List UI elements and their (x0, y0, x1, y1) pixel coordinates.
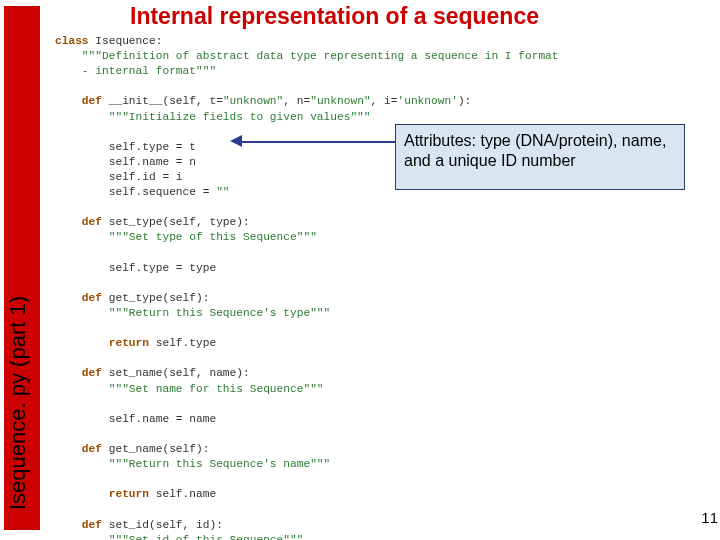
code-text (55, 201, 62, 213)
docstring: """Set id of this Sequence""" (109, 534, 304, 540)
code-text: self.type = type (55, 262, 216, 274)
kw-class: class (55, 35, 89, 47)
docstring: """Definition of abstract data type repr… (82, 50, 559, 62)
docstring: """Set name for this Sequence""" (109, 383, 324, 395)
docstring: """Return this Sequence's type""" (109, 307, 331, 319)
code-text: ): (458, 95, 471, 107)
callout-text: Attributes: type (DNA/protein), name, an… (404, 132, 666, 169)
kw-def: def (82, 367, 102, 379)
code-text (55, 534, 109, 540)
callout-box: Attributes: type (DNA/protein), name, an… (395, 124, 685, 190)
code-text (55, 398, 62, 410)
code-text: , i= (371, 95, 398, 107)
code-text: self.name = n (55, 156, 196, 168)
code-text: self.name = name (55, 413, 216, 425)
slide-title: Internal representation of a sequence (130, 3, 700, 30)
code-text (55, 488, 109, 500)
code-text: self.name (149, 488, 216, 500)
code-text: self.type = t (55, 141, 196, 153)
code-text (55, 50, 82, 62)
str: 'unknown' (397, 95, 457, 107)
arrow-left-icon (230, 135, 242, 147)
slide: Isequence. py (part 1) Internal represen… (0, 0, 720, 540)
str: "unknown" (310, 95, 370, 107)
code-text (55, 519, 82, 531)
kw-return: return (109, 488, 149, 500)
docstring: - internal format""" (55, 65, 216, 77)
code-text: self.id = i (55, 171, 183, 183)
code-text (55, 277, 62, 289)
code-text (55, 367, 82, 379)
code-text (55, 322, 62, 334)
code-text (55, 126, 62, 138)
code-text (55, 307, 109, 319)
kw-def: def (82, 519, 102, 531)
code-text (55, 292, 82, 304)
left-column-label: Isequence. py (part 1) (5, 273, 31, 533)
code-text: self.type (149, 337, 216, 349)
arrow-line (240, 141, 395, 143)
code-text (55, 80, 62, 92)
code-text (55, 473, 62, 485)
code-text (55, 247, 62, 259)
code-text: set_type(self, type): (102, 216, 250, 228)
str: "" (216, 186, 229, 198)
code-listing: class Isequence: """Definition of abstra… (55, 34, 695, 540)
code-text: set_name(self, name): (102, 367, 250, 379)
code-text: self.sequence = (55, 186, 216, 198)
code-text: get_name(self): (102, 443, 209, 455)
code-text (55, 383, 109, 395)
code-text (55, 352, 62, 364)
str: "unknown" (223, 95, 283, 107)
code-text: get_type(self): (102, 292, 209, 304)
page-number: 11 (701, 509, 718, 526)
code-text (55, 428, 62, 440)
kw-def: def (82, 292, 102, 304)
kw-def: def (82, 95, 102, 107)
code-text (55, 95, 82, 107)
code-text: , n= (283, 95, 310, 107)
code-text (55, 216, 82, 228)
docstring: """Return this Sequence's name""" (109, 458, 331, 470)
kw-def: def (82, 443, 102, 455)
code-text (55, 231, 109, 243)
kw-return: return (109, 337, 149, 349)
code-text (55, 443, 82, 455)
kw-def: def (82, 216, 102, 228)
code-text (55, 337, 109, 349)
code-text: Isequence: (89, 35, 163, 47)
code-text (55, 503, 62, 515)
code-text: set_id(self, id): (102, 519, 223, 531)
docstring: """Initialize fields to given values""" (109, 111, 371, 123)
docstring: """Set type of this Sequence""" (109, 231, 317, 243)
code-text (55, 458, 109, 470)
code-text (55, 111, 109, 123)
code-text: __init__(self, t= (102, 95, 223, 107)
